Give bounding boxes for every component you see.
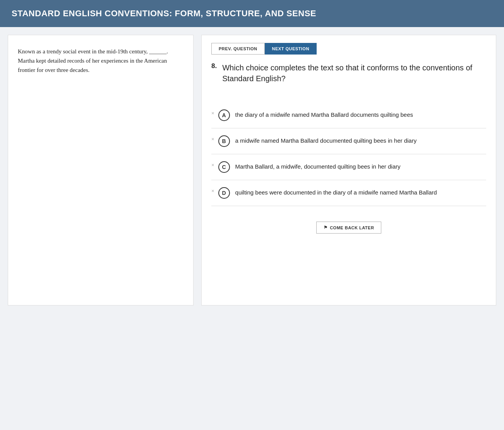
page-header: STANDARD ENGLISH CONVENTIONS: FORM, STRU… <box>0 0 504 27</box>
question-text: Which choice completes the text so that … <box>222 62 486 84</box>
option-row-b: × B a midwife named Martha Ballard docum… <box>211 128 486 154</box>
come-back-label: COME BACK LATER <box>330 225 374 230</box>
option-row-a: × A the diary of a midwife named Martha … <box>211 102 486 128</box>
flag-icon: ⚑ <box>324 225 328 230</box>
prev-question-button[interactable]: PREV. QUESTION <box>211 43 265 55</box>
options-list: × A the diary of a midwife named Martha … <box>211 102 486 206</box>
option-row-c: × C Martha Ballard, a midwife, documente… <box>211 154 486 180</box>
option-text-a[interactable]: the diary of a midwife named Martha Ball… <box>235 109 413 119</box>
question-number: 8. <box>211 62 217 70</box>
header-title: STANDARD ENGLISH CONVENTIONS: FORM, STRU… <box>12 9 316 18</box>
option-row-d: × D quilting bees were documented in the… <box>211 180 486 206</box>
option-circle-d[interactable]: D <box>218 187 230 199</box>
passage-panel: Known as a trendy social event in the mi… <box>8 35 194 305</box>
option-text-c[interactable]: Martha Ballard, a midwife, documented qu… <box>235 161 401 171</box>
option-circle-b[interactable]: B <box>218 135 230 147</box>
dismiss-icon-b[interactable]: × <box>211 136 214 142</box>
question-panel: PREV. QUESTION NEXT QUESTION 8. Which ch… <box>201 35 496 305</box>
main-container: Known as a trendy social event in the mi… <box>0 27 504 313</box>
option-circle-c[interactable]: C <box>218 161 230 173</box>
next-question-button[interactable]: NEXT QUESTION <box>265 43 317 55</box>
option-text-b[interactable]: a midwife named Martha Ballard documente… <box>235 135 417 145</box>
option-text-d[interactable]: quilting bees were documented in the dia… <box>235 187 437 197</box>
question-header: 8. Which choice completes the text so th… <box>211 62 486 95</box>
nav-buttons: PREV. QUESTION NEXT QUESTION <box>211 43 486 55</box>
option-circle-a[interactable]: A <box>218 109 230 121</box>
dismiss-icon-a[interactable]: × <box>211 110 214 116</box>
come-back-later-button[interactable]: ⚑ COME BACK LATER <box>316 222 382 234</box>
dismiss-icon-d[interactable]: × <box>211 188 214 194</box>
dismiss-icon-c[interactable]: × <box>211 162 214 168</box>
passage-text: Known as a trendy social event in the mi… <box>18 47 183 75</box>
